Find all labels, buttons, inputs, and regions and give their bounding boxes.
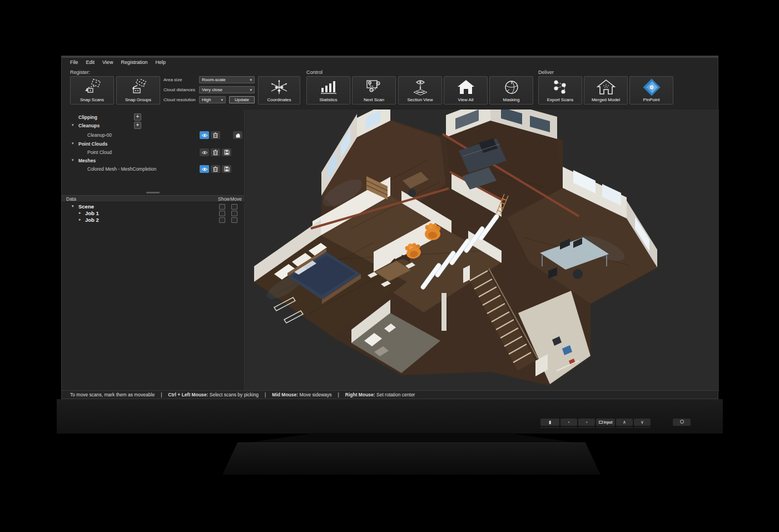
register-group-label: Register: [70, 69, 90, 75]
next-scan-button[interactable]: Next Scan [352, 76, 396, 105]
show-column-header: Show [218, 196, 230, 202]
show-checkbox[interactable] [219, 204, 225, 210]
osd-down-button[interactable]: ∨ [634, 419, 651, 426]
data-row-scene[interactable]: ▾ Scene [62, 203, 244, 210]
view-all-icon [444, 77, 487, 97]
osd-notch [596, 427, 615, 428]
collapse-caret-icon[interactable]: ▾ [72, 158, 74, 162]
show-checkbox[interactable] [219, 211, 225, 216]
update-button[interactable]: Update [229, 96, 255, 103]
delete-button[interactable] [211, 148, 220, 156]
visibility-on-button[interactable] [200, 131, 209, 139]
osd-right-button[interactable]: › [578, 419, 595, 426]
tree-row-meshes[interactable]: ▾ Meshes [62, 157, 244, 165]
chevron-down-icon: ▾ [250, 88, 252, 92]
snap-groups-icon [117, 77, 160, 97]
control-group-label: Control [306, 69, 322, 75]
cloud-resolution-select[interactable]: High ▾ [199, 96, 226, 103]
coordinates-button[interactable]: Coordinates [258, 76, 300, 105]
monitor: File Edit View Registration Help Registe… [0, 0, 779, 532]
snap-scans-icon [71, 77, 113, 97]
collapse-caret-icon[interactable]: ▾ [72, 204, 74, 208]
3d-viewport[interactable] [245, 110, 719, 391]
osd-notch [634, 427, 651, 428]
statistics-button[interactable]: Statistics [306, 76, 350, 105]
tree-row-point-cloud[interactable]: Point Cloud [62, 149, 244, 157]
tree-row-colored-mesh[interactable]: Colored Mesh - MeshCompletion [62, 166, 244, 173]
merged-model-button[interactable]: Merged Model [584, 76, 628, 105]
register-params: Area size Room-scale ▾ Cloud distances V… [163, 76, 257, 107]
move-checkbox[interactable] [231, 204, 237, 210]
tree-row-cleanups[interactable]: ▾ Cleanups + [62, 122, 244, 130]
deliver-group-label: Deliver [538, 69, 554, 75]
osd-input-button[interactable]: Input [596, 419, 615, 426]
osd-notch [578, 427, 595, 428]
tree-row-clipping[interactable]: Clipping + [62, 114, 244, 122]
shortcut-right-mouse: Right Mouse: Set rotation center [345, 392, 415, 397]
osd-power-button[interactable] [673, 419, 691, 426]
snap-groups-button[interactable]: Snap Groups [116, 76, 160, 105]
eye-icon [201, 133, 208, 138]
save-button[interactable] [222, 148, 231, 156]
section-view-button[interactable]: Section View [398, 76, 442, 105]
move-hand-button[interactable] [233, 131, 242, 139]
app-window: File Edit View Registration Help Registe… [61, 56, 718, 399]
menu-registration[interactable]: Registration [121, 59, 147, 65]
osd-menu-button[interactable]: ▮ [540, 419, 559, 426]
eye-icon [201, 150, 208, 155]
osd-notch [616, 427, 633, 428]
move-checkbox[interactable] [231, 211, 237, 216]
cloud-distances-select[interactable]: Very close ▾ [199, 86, 255, 93]
menu-help[interactable]: Help [155, 59, 166, 65]
section-view-icon [399, 77, 441, 97]
eye-icon [201, 167, 208, 172]
area-size-label: Area size [163, 77, 199, 82]
snap-scans-button[interactable]: Snap Scans [70, 76, 114, 105]
data-row-job-2[interactable]: ▸ Job 2 [62, 217, 244, 223]
trash-icon [213, 150, 218, 155]
chevron-down-icon: ▾ [250, 78, 252, 82]
status-bar: To move scans, mark them as moveable | C… [62, 390, 718, 399]
collapse-caret-icon[interactable]: ▾ [72, 123, 74, 127]
menu-edit[interactable]: Edit [86, 59, 95, 65]
osd-up-button[interactable]: ∧ [616, 419, 633, 426]
collapse-caret-icon[interactable]: ▾ [72, 141, 74, 146]
tree-row-cleanup-00[interactable]: Cleanup-00 [62, 132, 244, 140]
data-row-job-1[interactable]: ▸ Job 1 [62, 210, 244, 217]
masking-icon [490, 77, 533, 97]
osd-left-button[interactable]: ‹ [560, 419, 577, 426]
chevron-up-icon: ∧ [623, 420, 626, 425]
osd-notch [540, 427, 559, 428]
visibility-off-button[interactable] [200, 148, 209, 156]
status-separator: | [265, 392, 266, 397]
panel-splitter[interactable] [146, 192, 160, 193]
monitor-stand-neck [245, 433, 578, 443]
masking-button[interactable]: Masking [489, 76, 533, 105]
area-size-select[interactable]: Room-scale ▾ [199, 76, 255, 83]
save-button[interactable] [222, 165, 231, 173]
move-checkbox[interactable] [231, 217, 237, 223]
add-cleanup-button[interactable]: + [134, 122, 141, 129]
menu-view[interactable]: View [102, 59, 113, 65]
status-separator: | [161, 392, 162, 397]
menu-file[interactable]: File [70, 59, 78, 65]
add-clipping-button[interactable]: + [134, 113, 141, 121]
shortcut-mid-mouse: Mid Mouse: Move sideways [272, 392, 331, 397]
view-all-button[interactable]: View All [444, 76, 488, 105]
export-scans-button[interactable]: Export Scans [538, 76, 582, 105]
status-separator: | [338, 392, 339, 397]
shortcut-ctrl-left-mouse: Ctrl + Left Mouse: Select scans by picki… [168, 392, 259, 397]
visibility-on-button[interactable] [200, 165, 209, 173]
floppy-icon [224, 166, 230, 172]
floppy-icon [224, 150, 230, 155]
tree-row-point-clouds[interactable]: ▾ Point Clouds [62, 141, 244, 148]
delete-button[interactable] [211, 165, 220, 173]
expand-caret-icon[interactable]: ▸ [79, 217, 81, 222]
show-checkbox[interactable] [219, 217, 225, 223]
toolbar: Register: Control Deliver Snap Scans [62, 66, 718, 110]
trash-icon [213, 132, 218, 138]
next-scan-icon [353, 77, 395, 97]
delete-button[interactable] [211, 131, 220, 139]
pinpoint-button[interactable]: PinPoint [629, 76, 673, 105]
expand-caret-icon[interactable]: ▸ [79, 211, 81, 215]
